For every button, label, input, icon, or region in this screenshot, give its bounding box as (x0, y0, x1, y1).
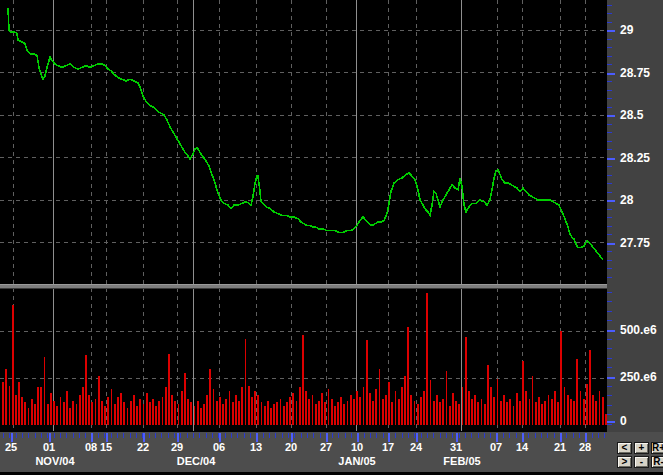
price-major-tick (607, 115, 615, 117)
price-minor-tick (607, 124, 612, 125)
range-plus-button[interactable]: R+ (651, 442, 663, 454)
x-axis-month-label: NOV/04 (35, 455, 74, 467)
day-minor-tick (313, 433, 314, 438)
day-minor-tick (149, 433, 150, 438)
day-minor-tick (155, 433, 156, 438)
price-minor-tick (607, 22, 612, 23)
day-minor-tick (573, 433, 574, 438)
day-minor-tick (98, 433, 99, 438)
day-minor-tick (294, 433, 295, 438)
day-minor-tick (41, 433, 42, 438)
x-axis-day-label: 17 (382, 441, 394, 453)
day-minor-tick (427, 433, 428, 438)
day-minor-tick (174, 433, 175, 438)
x-axis-day-label: 25 (5, 441, 17, 453)
price-minor-tick (607, 39, 612, 40)
day-minor-tick (408, 433, 409, 438)
x-axis-day-label: 15 (100, 441, 112, 453)
volume-minor-tick (607, 414, 612, 415)
day-minor-tick (231, 433, 232, 438)
day-minor-tick (604, 433, 605, 438)
scroll-right-button[interactable]: > (617, 456, 632, 468)
price-minor-tick (607, 149, 612, 150)
scroll-left-button[interactable]: < (617, 442, 632, 454)
day-minor-tick (193, 433, 194, 438)
x-axis-day-label: 10 (351, 441, 363, 453)
volume-minor-tick (607, 386, 612, 387)
day-minor-tick (117, 433, 118, 438)
day-minor-tick (79, 433, 80, 438)
day-minor-tick (421, 433, 422, 438)
price-major-tick (607, 73, 615, 75)
day-minor-tick (478, 433, 479, 438)
day-minor-tick (554, 433, 555, 438)
price-minor-tick (607, 226, 612, 227)
volume-minor-tick (607, 405, 612, 406)
volume-minor-tick (607, 339, 612, 340)
price-minor-tick (607, 260, 612, 261)
day-minor-tick (332, 433, 333, 438)
price-major-tick (607, 158, 615, 160)
day-minor-tick (547, 433, 548, 438)
volume-minor-tick (607, 311, 612, 312)
day-minor-tick (402, 433, 403, 438)
volume-major-tick (607, 330, 615, 332)
x-axis-day-label: 27 (320, 441, 332, 453)
x-axis-day-label: 24 (410, 441, 422, 453)
day-minor-tick (459, 433, 460, 438)
day-minor-tick (73, 433, 74, 438)
day-minor-tick (269, 433, 270, 438)
price-volume-chart (0, 0, 607, 432)
day-minor-tick (395, 433, 396, 438)
x-axis-day-label: 07 (490, 441, 502, 453)
price-axis-label: 28.75 (620, 66, 650, 80)
day-minor-tick (250, 433, 251, 438)
day-minor-tick (54, 433, 55, 438)
price-minor-tick (607, 81, 612, 82)
x-axis-day-label: 31 (450, 441, 462, 453)
price-minor-tick (607, 183, 612, 184)
day-minor-tick (263, 433, 264, 438)
price-minor-tick (607, 234, 612, 235)
price-minor-tick (607, 209, 612, 210)
volume-minor-tick (607, 395, 612, 396)
volume-minor-tick (607, 348, 612, 349)
day-minor-tick (509, 433, 510, 438)
price-major-tick (607, 200, 615, 202)
day-minor-tick (307, 433, 308, 438)
x-axis-day-label: 06 (213, 441, 225, 453)
zoom-out-button[interactable]: - (634, 456, 649, 468)
x-axis-month-label: DEC/04 (177, 455, 216, 467)
day-minor-tick (28, 433, 29, 438)
day-minor-tick (237, 433, 238, 438)
x-axis-month-label: FEB/05 (443, 455, 480, 467)
price-minor-tick (607, 251, 612, 252)
range-minus-button[interactable]: R- (651, 456, 663, 468)
volume-axis-label: 500.e6 (620, 323, 657, 337)
x-axis-day-label: 21 (554, 441, 566, 453)
day-minor-tick (85, 433, 86, 438)
day-minor-tick (123, 433, 124, 438)
price-minor-tick (607, 90, 612, 91)
day-minor-tick (35, 433, 36, 438)
day-minor-tick (516, 433, 517, 438)
price-minor-tick (607, 277, 612, 278)
price-line (8, 8, 603, 260)
day-minor-tick (592, 433, 593, 438)
day-minor-tick (471, 433, 472, 438)
volume-minor-tick (607, 424, 612, 425)
day-minor-tick (484, 433, 485, 438)
x-axis-month-label: JAN/05 (338, 455, 375, 467)
price-minor-tick (607, 217, 612, 218)
day-minor-tick (60, 433, 61, 438)
day-minor-tick (16, 433, 17, 438)
day-minor-tick (180, 433, 181, 438)
zoom-in-button[interactable]: + (634, 442, 649, 454)
day-minor-tick (566, 433, 567, 438)
x-axis-day-label: 13 (250, 441, 262, 453)
volume-axis-label: 0 (620, 414, 627, 428)
x-axis-day-label: 22 (137, 441, 149, 453)
day-minor-tick (104, 433, 105, 438)
price-axis-label: 29 (620, 23, 633, 37)
pane-splitter[interactable] (0, 284, 607, 289)
